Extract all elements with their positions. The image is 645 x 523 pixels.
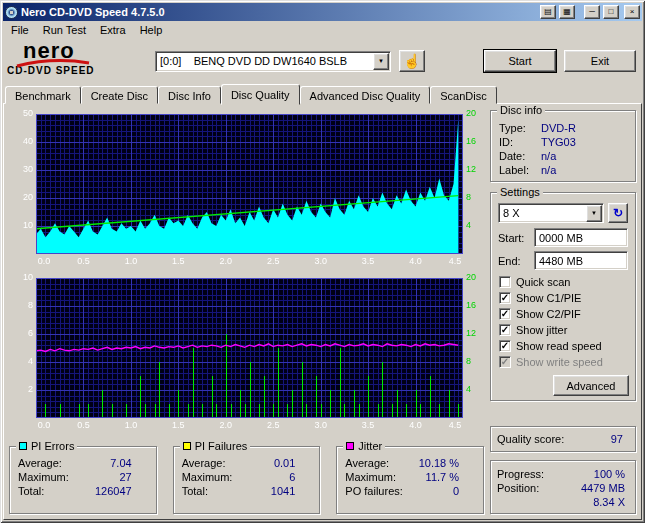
info-label: Date: (499, 150, 541, 162)
stat-label: PO failures: (345, 485, 405, 497)
show-read-speed-checkbox[interactable]: ✓Show read speed (497, 338, 629, 354)
pi-errors-color-swatch (19, 442, 27, 450)
checkbox-label: Show read speed (516, 340, 602, 352)
menu-file[interactable]: File (4, 22, 36, 38)
refresh-button[interactable]: ↻ (608, 203, 628, 223)
quality-score-value: 97 (564, 433, 629, 445)
grid-icon: ▦ (563, 8, 571, 16)
speed-dropdown-button[interactable]: ▼ (586, 205, 602, 222)
show-write-speed-checkbox: ✓Show write speed (497, 354, 629, 370)
menu-extra[interactable]: Extra (93, 22, 133, 38)
current-speed-value: 8.34 X (547, 496, 629, 508)
close-button[interactable]: × (624, 5, 640, 19)
checkbox-box[interactable]: ✓ (499, 308, 511, 320)
disc-date-value: n/a (541, 150, 556, 162)
scan-speed-select[interactable]: 8 X ▼ (498, 203, 604, 223)
start-button[interactable]: Start (484, 50, 556, 72)
progress-value: 100 % (547, 468, 629, 480)
chevron-down-icon: ▼ (378, 58, 384, 64)
nero-logo-swoosh (15, 56, 93, 68)
checkbox-box: ✓ (499, 356, 511, 368)
start-position-input[interactable]: 0000 MB (534, 228, 628, 247)
settings-title: Settings (497, 186, 543, 198)
stat-label: Maximum: (345, 471, 405, 483)
quality-score-box: Quality score: 97 (490, 426, 636, 452)
close-icon: × (630, 8, 635, 16)
info-label: Type: (499, 122, 541, 134)
advanced-button[interactable]: Advanced (553, 375, 629, 396)
end-label: End: (498, 255, 534, 267)
checkbox-label: Show jitter (516, 324, 567, 336)
title-bar: Nero CD-DVD Speed 4.7.5.0 ▤ ▦ ─ □ × (3, 3, 642, 21)
settings-box: Settings 8 X ▼ ↻ Start:0000 MB End:4480 … (490, 192, 636, 401)
checkbox-box[interactable] (499, 276, 511, 288)
stat-value: 10.18 % (405, 457, 475, 469)
checkbox-box[interactable]: ✓ (499, 324, 511, 336)
tab-strip: Benchmark Create Disc Disc Info Disc Qua… (3, 83, 642, 104)
show-c1-pie-checkbox[interactable]: ✓Show C1/PIE (497, 290, 629, 306)
pi-failures-color-swatch (183, 442, 191, 450)
disc-info-title: Disc info (497, 104, 545, 116)
minimize-button[interactable]: ─ (584, 5, 600, 19)
checkbox-label: Show C2/PIF (516, 308, 581, 320)
statistics-row: PI Errors Average:7.04 Maximum:27 Total:… (9, 446, 484, 514)
stat-value: 6 (242, 471, 312, 483)
tab-scandisc[interactable]: ScanDisc (430, 86, 496, 104)
menu-bar: File Run Test Extra Help (3, 21, 642, 39)
maximize-icon: □ (609, 8, 614, 16)
jitter-stats-title: Jitter (358, 440, 382, 452)
position-label: Position: (497, 482, 547, 494)
checkbox-label: Show write speed (516, 356, 603, 368)
drive-select[interactable]: [0:0] BENQ DVD DD DW1640 BSLB ▼ (155, 51, 391, 72)
stat-label: Average: (345, 457, 405, 469)
stat-value: 0.01 (242, 457, 312, 469)
drive-dropdown-button[interactable]: ▼ (373, 53, 389, 70)
stat-label: Total: (182, 485, 242, 497)
speed-row-label (497, 496, 547, 508)
show-jitter-checkbox[interactable]: ✓Show jitter (497, 322, 629, 338)
tab-benchmark[interactable]: Benchmark (5, 86, 81, 104)
show-c2-pif-checkbox[interactable]: ✓Show C2/PIF (497, 306, 629, 322)
checkbox-label: Show C1/PIE (516, 292, 581, 304)
hand-icon: ☝ (403, 53, 420, 69)
chevron-down-icon: ▼ (591, 210, 597, 216)
tab-disc-info[interactable]: Disc Info (158, 86, 221, 104)
jitter-color-swatch (346, 442, 354, 450)
titlebar-tool1-button[interactable]: ▤ (540, 5, 556, 19)
info-label: ID: (499, 136, 541, 148)
quick-scan-checkbox[interactable]: Quick scan (497, 274, 629, 290)
stat-value: 126047 (78, 485, 148, 497)
stat-value: 27 (78, 471, 148, 483)
disc-options-button[interactable]: ☝ (399, 50, 425, 72)
progress-label: Progress: (497, 468, 547, 480)
stat-value: 1041 (242, 485, 312, 497)
stat-value: 11.7 % (405, 471, 475, 483)
tab-create-disc[interactable]: Create Disc (81, 86, 158, 104)
info-label: Label: (499, 164, 541, 176)
pi-failures-stats-title: PI Failures (195, 440, 248, 452)
pi-errors-chart (9, 110, 484, 268)
position-value: 4479 MB (547, 482, 629, 494)
checkbox-box[interactable]: ✓ (499, 292, 511, 304)
grid-icon: ▤ (544, 8, 552, 16)
maximize-button[interactable]: □ (603, 5, 619, 19)
quality-score-label: Quality score: (497, 433, 564, 445)
disc-quality-page: PI Errors Average:7.04 Maximum:27 Total:… (3, 103, 642, 520)
charts-area: PI Errors Average:7.04 Maximum:27 Total:… (9, 110, 484, 514)
exit-button[interactable]: Exit (564, 50, 636, 72)
start-label: Start: (498, 232, 534, 244)
checkbox-box[interactable]: ✓ (499, 340, 511, 352)
stat-value: 7.04 (78, 457, 148, 469)
tab-disc-quality[interactable]: Disc Quality (221, 84, 300, 105)
titlebar-tool2-button[interactable]: ▦ (559, 5, 575, 19)
progress-box: Progress:100 % Position:4479 MB 8.34 X (490, 460, 636, 514)
disc-type-value: DVD-R (541, 122, 576, 134)
end-position-input[interactable]: 4480 MB (534, 251, 628, 270)
stat-label: Average: (182, 457, 242, 469)
menu-run-test[interactable]: Run Test (36, 22, 93, 38)
pi-failures-stats-box: PI Failures Average:0.01 Maximum:6 Total… (173, 446, 321, 514)
tab-advanced-disc-quality[interactable]: Advanced Disc Quality (300, 86, 431, 104)
jitter-stats-box: Jitter Average:10.18 % Maximum:11.7 % PO… (336, 446, 484, 514)
menu-help[interactable]: Help (133, 22, 170, 38)
pi-errors-stats-box: PI Errors Average:7.04 Maximum:27 Total:… (9, 446, 157, 514)
